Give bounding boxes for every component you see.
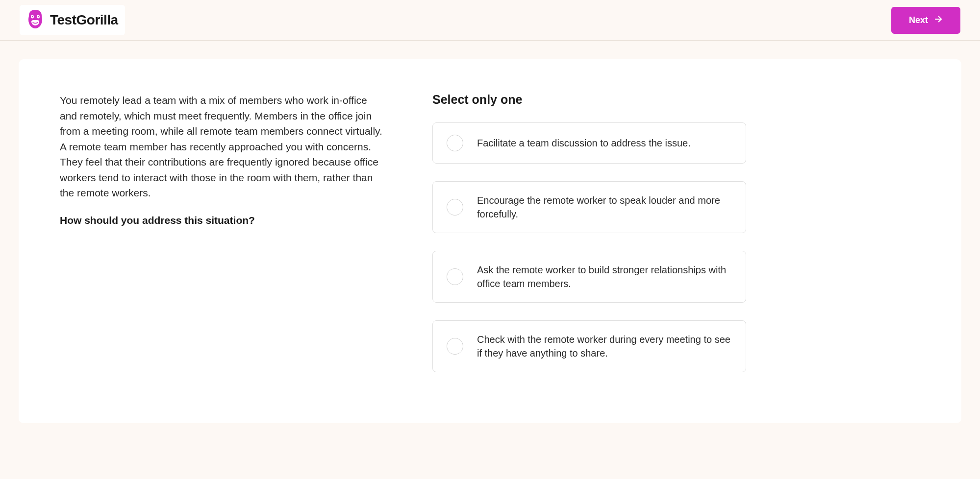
- question-column: You remotely lead a team with a mix of m…: [60, 93, 383, 390]
- question-card: You remotely lead a team with a mix of m…: [19, 59, 961, 423]
- answer-option-2[interactable]: Ask the remote worker to build stronger …: [432, 251, 746, 303]
- radio-icon: [447, 199, 463, 216]
- gorilla-icon: [26, 9, 44, 31]
- radio-icon: [447, 268, 463, 285]
- answer-option-1[interactable]: Encourage the remote worker to speak lou…: [432, 181, 746, 233]
- answer-option-0[interactable]: Facilitate a team discussion to address …: [432, 122, 746, 164]
- option-text: Check with the remote worker during ever…: [477, 333, 732, 360]
- arrow-right-icon: [934, 15, 943, 26]
- answer-option-3[interactable]: Check with the remote worker during ever…: [432, 320, 746, 372]
- header: TestGorilla Next: [0, 0, 980, 41]
- content-wrapper: You remotely lead a team with a mix of m…: [0, 41, 980, 442]
- option-text: Ask the remote worker to build stronger …: [477, 263, 732, 290]
- question-prompt: How should you address this situation?: [60, 215, 383, 226]
- answers-column: Select only one Facilitate a team discus…: [432, 93, 746, 390]
- svg-point-3: [38, 16, 39, 17]
- next-button-label: Next: [909, 15, 928, 25]
- scenario-text: You remotely lead a team with a mix of m…: [60, 93, 383, 201]
- logo-text: TestGorilla: [50, 12, 118, 28]
- next-button[interactable]: Next: [891, 7, 960, 34]
- radio-icon: [447, 135, 463, 151]
- instruction-heading: Select only one: [432, 93, 746, 107]
- option-text: Encourage the remote worker to speak lou…: [477, 193, 732, 221]
- radio-icon: [447, 338, 463, 355]
- svg-point-2: [32, 16, 33, 17]
- option-text: Facilitate a team discussion to address …: [477, 136, 691, 150]
- logo: TestGorilla: [20, 5, 125, 35]
